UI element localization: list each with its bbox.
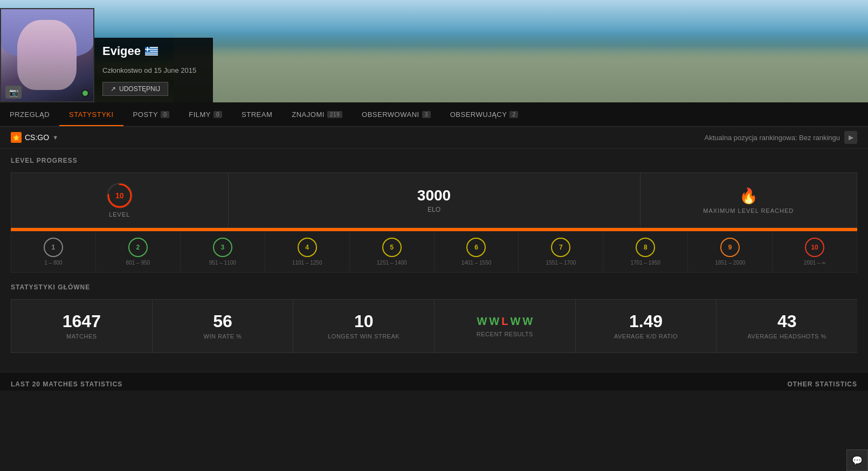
game-name: CS:GO — [25, 133, 49, 142]
step-badge-9: 9 — [720, 238, 740, 257]
step-range-5: 1251 – 1400 — [377, 260, 407, 266]
znajomi-badge: 219 — [327, 111, 342, 118]
svg-rect-8 — [145, 49, 150, 50]
max-level-label: MAXIMUM LEVEL REACHED — [703, 207, 794, 214]
other-stats-title: OTHER STATISTICS — [787, 380, 857, 388]
main-stats-title: STATYSTYKI GŁÓWNE — [11, 283, 857, 291]
result-3: L — [501, 315, 508, 328]
banner-cityscape — [174, 32, 868, 102]
chevron-down-icon: ▼ — [52, 134, 58, 141]
step-range-3: 951 – 1100 — [209, 260, 236, 266]
game-selector[interactable]: ⭐ CS:GO ▼ — [11, 132, 58, 143]
streak-label: LONGEST WIN STREAK — [328, 333, 399, 340]
step-badge-3: 3 — [213, 238, 232, 257]
profile-info: Evigee Członkostwo od 15 June — [94, 38, 213, 102]
header-banner: 📷 Evigee — [0, 0, 868, 102]
svg-rect-4 — [145, 53, 158, 54]
step-badge-1: 1 — [44, 238, 63, 257]
recent-label: RECENT RESULTS — [477, 331, 533, 337]
online-indicator — [81, 89, 89, 97]
level-step-1: 1 1 – 800 — [11, 231, 96, 272]
step-badge-6: 6 — [466, 238, 486, 257]
stat-card-streak: 10 LONGEST WIN STREAK — [293, 299, 434, 353]
svg-rect-5 — [145, 54, 158, 56]
nav-item-obserwowani[interactable]: OBSERWOWANI 3 — [352, 102, 440, 126]
navigation-bar: PRZEGLĄD STATYSTYKI POSTY 0 FILMY 0 STRE… — [0, 102, 868, 127]
kd-label: AVERAGE K/D RATIO — [614, 333, 678, 340]
share-button[interactable]: ↗ UDOSTĘPNIJ — [102, 82, 168, 96]
avatar-face — [17, 20, 77, 90]
stats-cards: 1647 MATCHES 56 WIN RATE % 10 LONGEST WI… — [11, 299, 857, 353]
matches-value: 1647 — [63, 313, 101, 330]
level-step-2: 2 801 – 950 — [96, 231, 181, 272]
result-4: W — [510, 315, 520, 328]
nav-item-obserwujacy[interactable]: OBSERWUJĄCY 2 — [440, 102, 528, 126]
step-badge-10: 10 — [805, 238, 824, 257]
posty-badge: 0 — [161, 111, 169, 118]
winrate-label: WIN RATE % — [204, 333, 242, 340]
ranking-info: Aktualna pozycja rankingowa: Bez ranking… — [705, 131, 857, 144]
step-range-9: 1851 – 2000 — [715, 260, 745, 266]
greece-flag — [145, 47, 158, 56]
level-step-6: 6 1401 – 1550 — [435, 231, 519, 272]
chat-button[interactable]: 💬 — [846, 449, 868, 471]
nav-item-filmy[interactable]: FILMY 0 — [179, 102, 232, 126]
level-step-5: 5 1251 – 1400 — [350, 231, 435, 272]
step-range-6: 1401 – 1550 — [461, 260, 492, 266]
step-range-4: 1101 – 1250 — [292, 260, 322, 266]
streak-value: 10 — [354, 313, 374, 330]
camera-icon[interactable]: 📷 — [5, 86, 22, 99]
elo-label: ELO — [428, 206, 440, 213]
level-number: 10 — [115, 191, 124, 200]
level-step-8: 8 1701 – 1850 — [603, 231, 688, 272]
arrow-icon: ▶ — [849, 134, 853, 141]
headshots-label: AVERAGE HEADSHOTS % — [748, 333, 826, 340]
step-badge-4: 4 — [298, 238, 317, 257]
matches-label: MATCHES — [66, 333, 97, 340]
bottom-bar: LAST 20 MATCHES STATISTICS OTHER STATIST… — [0, 372, 868, 391]
last-matches-title: LAST 20 MATCHES STATISTICS — [11, 380, 122, 388]
username: Evigee — [102, 44, 141, 58]
avatar-container: 📷 — [0, 8, 94, 102]
elo-value: 3000 — [417, 187, 451, 204]
flame-icon: 🔥 — [739, 187, 758, 205]
stat-card-headshots: 43 AVERAGE HEADSHOTS % — [716, 299, 857, 353]
level-step-9: 9 1851 – 2000 — [688, 231, 773, 272]
step-range-10: 2001 – ∞ — [804, 260, 826, 266]
step-range-7: 1551 – 1700 — [546, 260, 576, 266]
elo-card: 3000 ELO — [229, 173, 640, 227]
nav-item-przeglad[interactable]: PRZEGLĄD — [0, 102, 59, 126]
chat-icon: 💬 — [852, 455, 863, 466]
share-icon: ↗ — [111, 85, 116, 93]
flag-icon — [145, 47, 158, 56]
main-content: LEVEL PROGRESS 10 LEVEL 3000 ELO 🔥 MAXIM… — [0, 149, 868, 361]
level-progress-cards: 10 LEVEL 3000 ELO 🔥 MAXIMUM LEVEL REACHE… — [11, 172, 857, 228]
level-step-3: 3 951 – 1100 — [181, 231, 265, 272]
result-2: W — [489, 315, 499, 328]
level-step-7: 7 1551 – 1700 — [519, 231, 603, 272]
level-badge: 10 — [107, 183, 133, 209]
level-card: 10 LEVEL — [11, 173, 229, 227]
filmy-badge: 0 — [213, 111, 222, 118]
step-badge-7: 7 — [551, 238, 570, 257]
nav-item-statystyki[interactable]: STATYSTYKI — [59, 102, 123, 126]
headshots-value: 43 — [777, 313, 797, 330]
level-step-4: 4 1101 – 1250 — [265, 231, 350, 272]
step-badge-5: 5 — [382, 238, 402, 257]
winrate-value: 56 — [213, 313, 232, 330]
nav-item-stream[interactable]: STREAM — [232, 102, 282, 126]
main-stats-section: STATYSTYKI GŁÓWNE 1647 MATCHES 56 WIN RA… — [11, 283, 857, 353]
member-since: Członkostwo od 15 June 2015 — [102, 66, 202, 74]
step-badge-8: 8 — [636, 238, 655, 257]
csgo-icon: ⭐ — [11, 132, 22, 143]
level-step-10: 10 2001 – ∞ — [773, 231, 857, 272]
nav-item-znajomi[interactable]: ZNAJOMI 219 — [282, 102, 352, 126]
stat-card-recent: W W L W W RECENT RESULTS — [434, 299, 575, 353]
ranking-arrow-button[interactable]: ▶ — [844, 131, 857, 144]
share-label: UDOSTĘPNIJ — [119, 85, 160, 93]
profile-name-row: Evigee — [102, 44, 202, 58]
obserwowani-badge: 3 — [422, 111, 431, 118]
nav-item-posty[interactable]: POSTY 0 — [123, 102, 180, 126]
step-range-1: 1 – 800 — [44, 260, 62, 266]
level-progress-title: LEVEL PROGRESS — [11, 157, 857, 164]
